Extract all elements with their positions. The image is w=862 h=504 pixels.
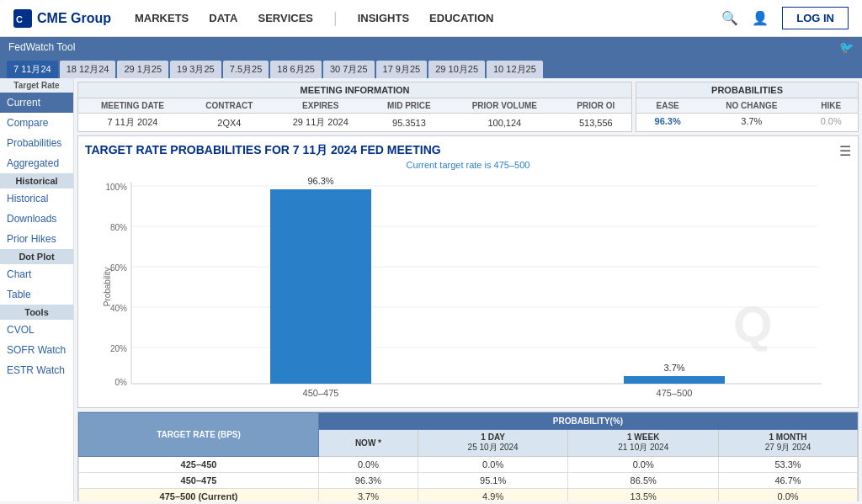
- week1-0: 0.0%: [568, 457, 719, 473]
- tab-9[interactable]: 10 12月25: [487, 61, 543, 78]
- probability-group-header: PROBABILITY(%): [319, 413, 858, 430]
- day1-0: 0.0%: [418, 457, 568, 473]
- sidebar-item-historical[interactable]: Historical: [0, 188, 73, 209]
- meeting-date-header: MEETING DATE: [78, 98, 187, 114]
- mid-price-val: 95.3513: [370, 114, 449, 132]
- prior-oi-header: PRIOR OI: [561, 98, 632, 114]
- tab-6[interactable]: 30 7月25: [323, 61, 375, 78]
- chart-section: ☰ TARGET RATE PROBABILITIES FOR 7 11月 20…: [77, 135, 859, 408]
- now-1: 96.3%: [319, 473, 418, 489]
- svg-text:80%: 80%: [110, 223, 127, 232]
- tab-2[interactable]: 29 1月25: [117, 61, 168, 78]
- tab-7[interactable]: 17 9月25: [376, 61, 428, 78]
- user-icon[interactable]: 👤: [752, 10, 769, 26]
- svg-text:450–475: 450–475: [303, 388, 339, 398]
- sidebar-item-estr-watch[interactable]: ESTR Watch: [0, 360, 73, 380]
- target-rate-header: TARGET RATE (BPS): [79, 413, 319, 457]
- chart-container: 100% 80% 60% 40% 20% 0%: [85, 173, 851, 401]
- chart-subtitle: Current target rate is 475–500: [85, 160, 851, 170]
- sidebar-item-compare[interactable]: Compare: [0, 113, 73, 133]
- week1-2: 13.5%: [568, 489, 719, 502]
- svg-text:Probability: Probability: [103, 268, 112, 307]
- meeting-info-table: MEETING DATE CONTRACT EXPIRES MID PRICE …: [78, 98, 631, 131]
- day1-subheader: 1 DAY25 10月 2024: [418, 430, 568, 457]
- sidebar-item-chart[interactable]: Chart: [0, 264, 73, 284]
- sidebar-item-current[interactable]: Current: [0, 93, 73, 113]
- bottom-table-section: TARGET RATE (BPS) PROBABILITY(%) NOW * 1…: [77, 411, 859, 501]
- svg-text:0%: 0%: [115, 378, 128, 387]
- nav-markets[interactable]: MARKETS: [135, 12, 189, 24]
- header-actions: 🔍 👤 LOG IN: [721, 7, 849, 29]
- tab-row: 7 11月24 18 12月24 29 1月25 19 3月25 7.5月25 …: [0, 57, 862, 78]
- now-0: 0.0%: [319, 457, 418, 473]
- week1-subheader: 1 WEEK21 10月 2024: [568, 430, 719, 457]
- rate-1: 450–475: [79, 473, 319, 489]
- chart-menu-icon[interactable]: ☰: [839, 143, 851, 159]
- mid-price-header: MID PRICE: [370, 98, 449, 114]
- no-change-header: NO CHANGE: [699, 98, 804, 114]
- rate-0: 425–450: [79, 457, 319, 473]
- search-icon[interactable]: 🔍: [721, 10, 738, 26]
- chart-title: TARGET RATE PROBABILITIES FOR 7 11月 2024…: [85, 143, 851, 158]
- svg-text:96.3%: 96.3%: [307, 176, 333, 186]
- table-row-0: 425–450 0.0% 0.0% 0.0% 53.3%: [79, 457, 858, 473]
- now-2: 3.7%: [319, 489, 418, 502]
- bar-chart: 100% 80% 60% 40% 20% 0%: [102, 173, 834, 401]
- login-button[interactable]: LOG IN: [782, 7, 849, 29]
- twitter-icon[interactable]: 🐦: [839, 40, 854, 54]
- svg-text:60%: 60%: [110, 263, 127, 273]
- nav-data[interactable]: DATA: [209, 12, 237, 24]
- sidebar-item-aggregated[interactable]: Aggregated: [0, 153, 73, 173]
- no-change-val: 3.7%: [699, 114, 804, 130]
- sidebar-item-cvol[interactable]: CVOL: [0, 320, 73, 340]
- header: C CME Group MARKETS DATA SERVICES | INSI…: [0, 0, 862, 37]
- bar-450-475: [270, 189, 371, 384]
- main-layout: Target Rate Current Compare Probabilitie…: [0, 78, 862, 501]
- contract-val: 2QX4: [187, 114, 272, 132]
- svg-text:C: C: [16, 14, 23, 24]
- probabilities-box: PROBABILITIES EASE NO CHANGE HIKE 96.3% …: [636, 82, 859, 132]
- tab-4[interactable]: 7.5月25: [223, 61, 269, 78]
- meeting-date-val: 7 11月 2024: [78, 114, 187, 132]
- sidebar-item-table[interactable]: Table: [0, 284, 73, 305]
- tool-bar: FedWatch Tool 🐦: [0, 37, 862, 57]
- nav-insights[interactable]: INSIGHTS: [358, 12, 409, 24]
- tab-8[interactable]: 29 10月25: [428, 61, 485, 78]
- logo[interactable]: C CME Group: [13, 9, 111, 28]
- table-row-2: 475–500 (Current) 3.7% 4.9% 13.5% 0.0%: [79, 489, 858, 502]
- sidebar: Target Rate Current Compare Probabilitie…: [0, 78, 74, 501]
- ease-header: EASE: [636, 98, 699, 114]
- contract-header: CONTRACT: [187, 98, 272, 114]
- week1-1: 86.5%: [568, 473, 719, 489]
- sidebar-item-sofr-watch[interactable]: SOFR Watch: [0, 340, 73, 360]
- svg-text:40%: 40%: [110, 304, 127, 313]
- tab-1[interactable]: 18 12月24: [60, 61, 116, 78]
- tab-3[interactable]: 19 3月25: [170, 61, 221, 78]
- nav-services[interactable]: SERVICES: [258, 12, 313, 24]
- probabilities-title: PROBABILITIES: [636, 82, 858, 98]
- svg-text:Q: Q: [733, 296, 773, 353]
- sidebar-historical-category: Historical: [0, 173, 73, 188]
- tool-title: FedWatch Tool: [8, 41, 75, 53]
- svg-text:20%: 20%: [110, 344, 127, 353]
- meeting-info-box: MEETING INFORMATION MEETING DATE CONTRAC…: [77, 82, 632, 132]
- svg-text:475–500: 475–500: [657, 388, 693, 398]
- nav-separator: |: [333, 9, 338, 27]
- bar-475-500: [624, 376, 725, 384]
- sidebar-item-downloads[interactable]: Downloads: [0, 209, 73, 229]
- sidebar-target-rate-label: Target Rate: [0, 78, 73, 93]
- prior-oi-val: 513,556: [561, 114, 632, 132]
- prior-volume-val: 100,124: [449, 114, 560, 132]
- sidebar-item-probabilities[interactable]: Probabilities: [0, 133, 73, 153]
- sidebar-item-prior-hikes[interactable]: Prior Hikes: [0, 229, 73, 249]
- ease-val: 96.3%: [636, 114, 699, 130]
- tab-0[interactable]: 7 11月24: [7, 61, 58, 78]
- probabilities-table: EASE NO CHANGE HIKE 96.3% 3.7% 0.0%: [636, 98, 858, 129]
- expires-header: EXPIRES: [272, 98, 370, 114]
- hike-val: 0.0%: [804, 114, 858, 130]
- tab-5[interactable]: 18 6月25: [270, 61, 322, 78]
- content-area: MEETING INFORMATION MEETING DATE CONTRAC…: [74, 78, 862, 501]
- bottom-table: TARGET RATE (BPS) PROBABILITY(%) NOW * 1…: [78, 412, 858, 501]
- day1-2: 4.9%: [418, 489, 568, 502]
- nav-education[interactable]: EDUCATION: [429, 12, 493, 24]
